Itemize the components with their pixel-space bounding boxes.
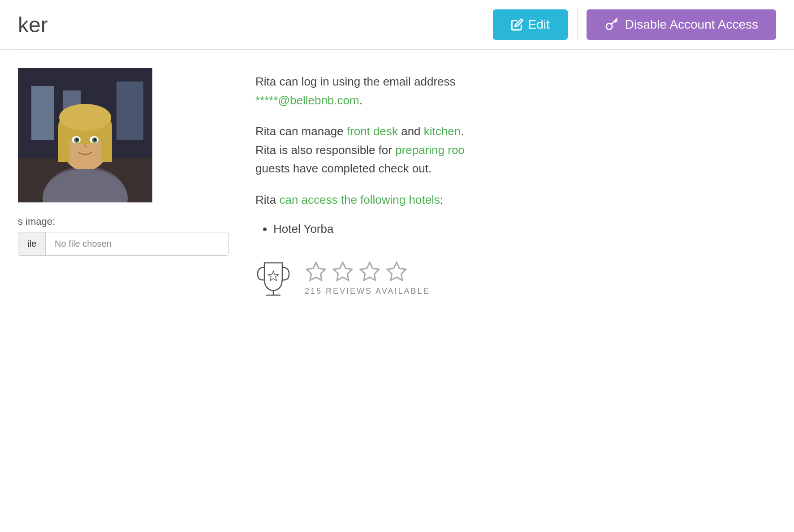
star-4	[385, 261, 408, 283]
responsible-text-1: Rita is also responsible for	[255, 143, 392, 157]
reviews-section: 215 REVIEWS AVAILABLE	[255, 258, 776, 299]
manage-link-2[interactable]: kitchen	[424, 124, 461, 138]
disable-account-button[interactable]: Disable Account Access	[587, 9, 776, 40]
file-choose-button[interactable]: ile	[18, 232, 46, 255]
email-link[interactable]: *****@bellebnb.com	[255, 94, 359, 107]
star-2	[332, 261, 354, 283]
list-item: Hotel Yorba	[273, 222, 776, 236]
file-input-wrapper[interactable]: ile No file chosen	[18, 232, 229, 256]
svg-marker-25	[360, 262, 379, 280]
profile-photo	[18, 68, 152, 202]
hotels-intro: Rita can access the following hotels:	[255, 191, 776, 210]
svg-marker-23	[306, 262, 325, 280]
manage-text-1: Rita can manage	[255, 124, 344, 138]
period: .	[359, 94, 362, 107]
manage-info: Rita can manage front desk and kitchen. …	[255, 122, 776, 178]
profile-photo-svg	[18, 68, 152, 202]
manage-text-2: and	[401, 124, 420, 138]
responsible-link[interactable]: preparing roo	[395, 143, 465, 157]
header-divider	[577, 9, 578, 40]
hotel-name: Hotel Yorba	[273, 222, 333, 236]
svg-point-17	[76, 138, 78, 141]
responsible-text-2: guests have completed check out.	[255, 162, 432, 175]
trophy-icon	[255, 258, 291, 299]
svg-marker-22	[268, 271, 279, 281]
hotels-list: Hotel Yorba	[273, 222, 776, 236]
svg-point-0	[606, 23, 612, 29]
key-icon	[604, 17, 619, 32]
image-upload-label: s image:	[18, 216, 229, 227]
svg-rect-11	[101, 126, 112, 162]
header-bar: ker Edit Disable Account Access	[0, 0, 794, 50]
star-1	[305, 261, 327, 283]
page-title: ker	[18, 13, 48, 37]
file-name-display: No file chosen	[46, 232, 228, 255]
svg-marker-26	[387, 262, 406, 280]
svg-point-18	[94, 138, 96, 141]
svg-rect-10	[58, 126, 69, 162]
svg-point-12	[59, 104, 111, 131]
hotels-colon: :	[440, 193, 443, 206]
disable-button-label: Disable Account Access	[625, 17, 758, 32]
right-panel: Rita can log in using the email address …	[255, 68, 776, 299]
svg-rect-2	[31, 86, 54, 140]
edit-button-label: Edit	[528, 17, 549, 32]
login-info: Rita can log in using the email address …	[255, 73, 776, 110]
main-content: s image: ile No file chosen Rita can log…	[0, 50, 794, 317]
left-panel: s image: ile No file chosen	[18, 68, 229, 299]
star-3	[358, 261, 381, 283]
svg-rect-4	[117, 82, 143, 140]
login-text: Rita can log in using the email address	[255, 75, 456, 88]
hotels-link[interactable]: can access the following hotels	[279, 193, 440, 206]
svg-marker-24	[333, 262, 352, 280]
stars-row	[305, 261, 430, 283]
stars-area: 215 REVIEWS AVAILABLE	[305, 261, 430, 296]
manage-link-1[interactable]: front desk	[347, 124, 398, 138]
edit-button[interactable]: Edit	[493, 9, 567, 40]
edit-icon	[511, 18, 523, 31]
reviews-count: 215 REVIEWS AVAILABLE	[305, 287, 430, 296]
